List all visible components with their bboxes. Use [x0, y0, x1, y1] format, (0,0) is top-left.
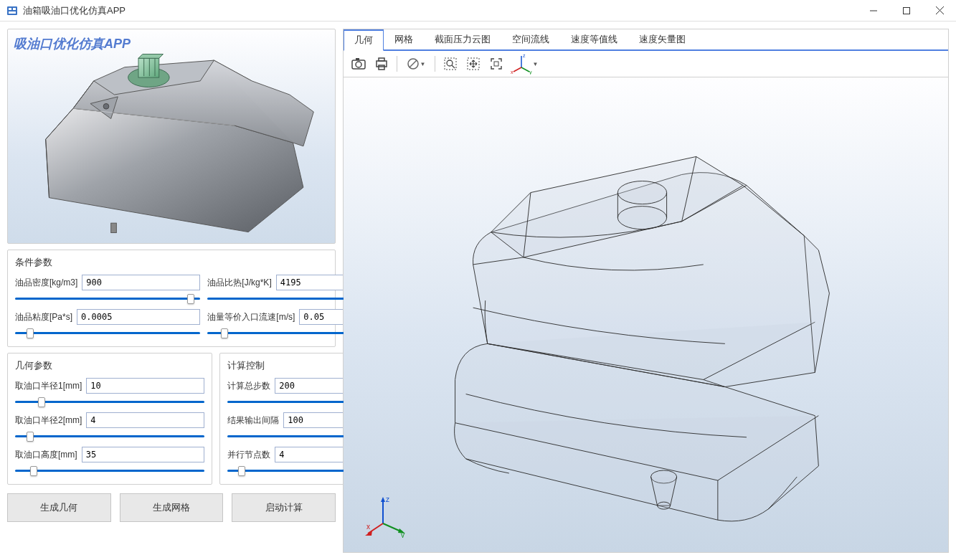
action-buttons: 生成几何 生成网格 启动计算	[7, 493, 336, 522]
nodes-label: 并行节点数	[227, 449, 270, 461]
specheat-label: 油品比热[J/kg*K]	[207, 277, 271, 289]
viscosity-slider[interactable]	[15, 328, 200, 339]
interval-label: 结果输出间隔	[227, 414, 279, 427]
close-button[interactable]	[923, 0, 956, 22]
r1-label: 取油口半径1[mm]	[15, 380, 82, 392]
svg-marker-41	[381, 497, 385, 502]
tab-velocity-contour[interactable]: 速度等值线	[560, 29, 628, 49]
preview-model-render	[8, 29, 335, 235]
titlebar: 油箱吸油口优化仿真APP	[0, 0, 956, 22]
minimize-button[interactable]	[857, 0, 890, 22]
toolbar-separator	[435, 56, 435, 72]
result-tabs: 几何 网格 截面压力云图 空间流线 速度等值线 速度矢量图	[344, 29, 948, 51]
inletvel-label: 油量等价入口流速[m/s]	[207, 311, 295, 323]
density-label: 油品密度[kg/m3]	[15, 277, 77, 289]
run-compute-button[interactable]: 启动计算	[232, 493, 336, 522]
group-title: 条件参数	[15, 256, 328, 269]
svg-rect-2	[13, 8, 16, 10]
svg-text:y: y	[529, 70, 532, 75]
svg-point-35	[617, 207, 666, 229]
r2-slider[interactable]	[15, 431, 204, 442]
svg-rect-10	[138, 58, 159, 77]
density-slider[interactable]	[15, 293, 200, 305]
svg-point-24	[447, 60, 453, 66]
generate-geometry-button[interactable]: 生成几何	[7, 493, 111, 522]
svg-point-39	[658, 502, 671, 509]
h-label: 取油口高度[mm]	[15, 449, 77, 461]
svg-text:z: z	[386, 495, 389, 503]
svg-line-46	[368, 523, 383, 533]
generate-mesh-button[interactable]: 生成网格	[120, 493, 224, 522]
viscosity-label: 油品粘度[Pa*s]	[15, 311, 72, 323]
chevron-down-icon: ▼	[420, 61, 426, 67]
r2-input[interactable]	[86, 412, 204, 428]
chevron-down-icon: ▼	[533, 61, 539, 67]
svg-rect-1	[9, 8, 11, 10]
svg-rect-27	[494, 62, 498, 66]
svg-line-30	[521, 67, 529, 72]
svg-rect-20	[379, 65, 384, 70]
tab-streamline[interactable]: 空间流线	[501, 29, 560, 49]
window-controls	[857, 0, 956, 22]
viscosity-input[interactable]	[77, 309, 200, 325]
svg-rect-5	[904, 7, 910, 14]
h-slider[interactable]	[15, 465, 204, 477]
maximize-button[interactable]	[890, 0, 923, 22]
r2-label: 取油口半径2[mm]	[15, 414, 82, 427]
wireframe-render	[344, 77, 948, 552]
svg-text:x: x	[511, 70, 514, 75]
geometry-group: 几何参数 取油口半径1[mm] 取油口半径2[mm]	[7, 353, 212, 485]
svg-point-16	[356, 62, 361, 67]
svg-line-32	[514, 67, 521, 72]
svg-rect-17	[356, 58, 359, 60]
steps-label: 计算总步数	[227, 380, 270, 392]
svg-line-25	[452, 65, 455, 68]
toolbar-separator	[397, 56, 397, 72]
svg-rect-0	[7, 6, 17, 15]
h-input[interactable]	[82, 447, 205, 462]
pan-icon[interactable]	[463, 54, 484, 74]
svg-text:z: z	[523, 53, 526, 58]
density-input[interactable]	[82, 275, 200, 290]
svg-rect-14	[111, 223, 117, 232]
axes-orientation-icon[interactable]: z y x ▼	[508, 54, 540, 74]
svg-rect-18	[377, 61, 387, 67]
r1-slider[interactable]	[15, 397, 204, 408]
viewport-3d[interactable]: z y x	[344, 77, 948, 552]
svg-point-34	[617, 181, 666, 204]
svg-text:x: x	[366, 523, 370, 531]
tab-pressure[interactable]: 截面压力云图	[424, 29, 501, 49]
tab-mesh[interactable]: 网格	[384, 29, 424, 49]
app-icon	[6, 4, 19, 17]
tab-geometry[interactable]: 几何	[344, 29, 384, 51]
conditions-group: 条件参数 油品密度[kg/m3] 油品粘度[Pa*s]	[7, 250, 336, 347]
r1-input[interactable]	[86, 378, 204, 394]
svg-text:y: y	[401, 531, 404, 538]
print-icon[interactable]	[371, 54, 392, 74]
hide-icon[interactable]: ▼	[402, 54, 430, 74]
svg-line-22	[410, 60, 417, 67]
right-panel: 几何 网格 截面压力云图 空间流线 速度等值线 速度矢量图 ▼	[343, 29, 949, 553]
viewport-toolbar: ▼ z y x ▼	[344, 51, 948, 77]
group-title: 几何参数	[15, 359, 204, 372]
window-title: 油箱吸油口优化仿真APP	[23, 4, 857, 17]
camera-icon[interactable]	[348, 54, 369, 74]
fit-icon[interactable]	[486, 54, 507, 74]
svg-point-8	[103, 103, 109, 109]
svg-rect-19	[379, 58, 384, 61]
axes-gizmo: z y x	[365, 495, 408, 538]
tab-velocity-vector[interactable]: 速度矢量图	[628, 29, 696, 49]
zoom-box-icon[interactable]	[440, 54, 461, 74]
model-preview[interactable]: 吸油口优化仿真APP	[7, 29, 336, 244]
left-panel: 吸油口优化仿真APP	[0, 22, 343, 560]
svg-rect-3	[9, 11, 16, 14]
